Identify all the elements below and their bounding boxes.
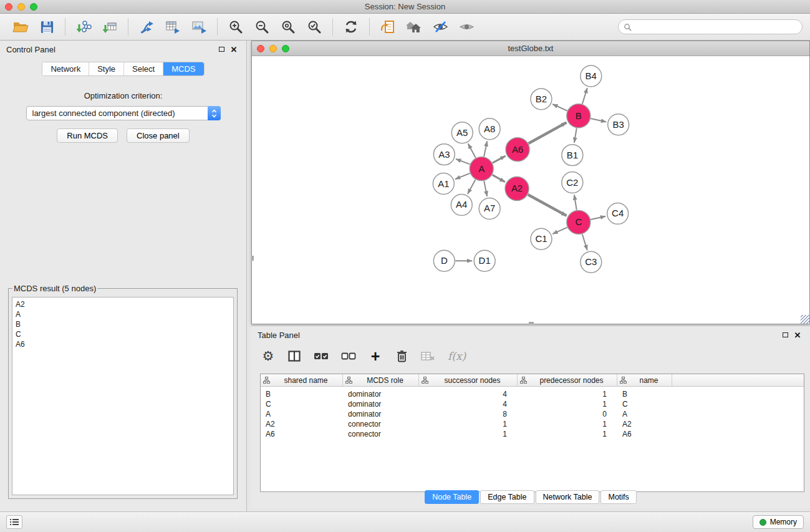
run-mcds-button[interactable]: Run MCDS [57, 128, 118, 143]
table-options-button[interactable]: ⚙ [261, 350, 275, 363]
float-table-panel-button[interactable] [779, 329, 791, 341]
search-input[interactable] [635, 22, 797, 31]
graph-node-B1[interactable]: B1 [562, 145, 583, 166]
home-button[interactable] [402, 16, 426, 38]
graph-node-A2[interactable]: A2 [505, 177, 529, 201]
export-image-button[interactable] [187, 16, 211, 38]
new-network-button[interactable] [135, 16, 158, 38]
resize-handle-left[interactable] [251, 256, 254, 261]
graph-edge-B-B2[interactable] [552, 104, 567, 111]
result-item[interactable]: A6 [16, 339, 230, 349]
tab-edge-table[interactable]: Edge Table [480, 490, 534, 504]
mcds-result-list[interactable]: A2ABCA6 [12, 297, 234, 495]
import-table-from-file-button[interactable] [98, 16, 122, 38]
graph-node-C[interactable]: C [567, 210, 591, 234]
tab-motifs[interactable]: Motifs [600, 490, 636, 504]
deselect-all-columns-button[interactable] [341, 352, 356, 360]
float-panel-button[interactable] [215, 44, 228, 55]
graph-edge-B-B3[interactable] [591, 118, 606, 122]
zoom-out-button[interactable] [250, 16, 274, 38]
graph-node-A6[interactable]: A6 [506, 138, 529, 162]
new-table-button[interactable] [161, 16, 185, 38]
memory-button[interactable]: Memory [753, 515, 804, 529]
tab-style[interactable]: Style [89, 62, 124, 75]
zoom-in-button[interactable] [224, 16, 248, 38]
graph-edge-A-A4[interactable] [468, 180, 476, 194]
show-graphics-details-button[interactable] [428, 16, 452, 38]
add-row-button[interactable]: + [369, 349, 382, 364]
search-field[interactable] [618, 19, 803, 34]
column-header-successor-nodes[interactable]: successor nodes [419, 374, 518, 386]
graph-node-A5[interactable]: A5 [451, 122, 473, 143]
graph-node-A1[interactable]: A1 [433, 173, 454, 195]
graph-node-A8[interactable]: A8 [479, 118, 500, 140]
open-session-button[interactable] [9, 16, 32, 38]
zoom-selected-button[interactable] [302, 16, 326, 38]
column-header-name[interactable]: name [617, 374, 672, 386]
tab-select[interactable]: Select [124, 62, 163, 75]
graph-edge-A-A2[interactable] [493, 175, 505, 181]
delete-row-button[interactable] [395, 350, 408, 362]
select-all-columns-button[interactable] [314, 352, 329, 360]
save-session-button[interactable] [35, 16, 59, 38]
close-table-panel-button[interactable]: ✕ [791, 329, 804, 341]
graph-node-B3[interactable]: B3 [608, 114, 629, 135]
graph-edge-A-A8[interactable] [484, 141, 487, 157]
delete-table-button[interactable] [421, 352, 435, 361]
graph-node-A3[interactable]: A3 [433, 144, 455, 165]
table-row[interactable]: Adominator80A [261, 409, 804, 419]
tab-network-table[interactable]: Network Table [536, 490, 600, 504]
graph-edge-C-C1[interactable] [552, 228, 567, 235]
network-graph[interactable]: B4B2BB3A8A5A6A3B1AC2A1A2A4A7C4CC1C3DD1 [252, 56, 809, 324]
graph-node-A7[interactable]: A7 [479, 198, 500, 219]
graph-node-C1[interactable]: C1 [531, 228, 552, 249]
graph-node-B[interactable]: B [567, 104, 591, 128]
graph-edge-A2-C[interactable] [528, 195, 567, 216]
graph-edge-A-A3[interactable] [456, 159, 470, 165]
apply-layout-button[interactable] [339, 16, 363, 38]
table-row[interactable]: A2connector11A2 [261, 419, 804, 429]
table-row[interactable]: A6connector11A6 [261, 429, 804, 439]
column-header-shared-name[interactable]: shared name [261, 374, 343, 386]
graph-edge-A-A6[interactable] [493, 156, 506, 163]
open-documentation-button[interactable] [376, 16, 400, 38]
function-builder-button[interactable]: f(x) [448, 350, 466, 362]
graph-edge-C-C3[interactable] [582, 234, 587, 250]
table-row[interactable]: Bdominator41B [261, 389, 804, 399]
graph-edge-A6-B[interactable] [529, 122, 567, 143]
column-header-MCDS-role[interactable]: MCDS role [343, 374, 419, 386]
graph-node-A[interactable]: A [470, 157, 493, 181]
graph-node-C4[interactable]: C4 [607, 203, 629, 224]
result-item[interactable]: A [16, 309, 230, 319]
tab-node-table[interactable]: Node Table [425, 490, 479, 504]
column-header-predecessor-nodes[interactable]: predecessor nodes [518, 374, 617, 386]
task-history-button[interactable] [6, 515, 22, 529]
graph-edge-A-A7[interactable] [484, 181, 487, 196]
graph-edge-A-A1[interactable] [455, 173, 470, 179]
criterion-dropdown[interactable]: largest connected component (directed) [26, 106, 221, 120]
graph-node-B4[interactable]: B4 [581, 65, 602, 87]
zoom-fit-button[interactable] [276, 16, 300, 38]
graph-edge-A-A5[interactable] [468, 143, 476, 158]
tab-network[interactable]: Network [42, 62, 89, 75]
show-columns-button[interactable] [287, 351, 301, 362]
close-panel-button[interactable]: ✕ [228, 44, 240, 55]
import-network-from-file-button[interactable] [72, 16, 95, 38]
graph-edge-B-B4[interactable] [582, 88, 587, 104]
graph-node-C3[interactable]: C3 [581, 251, 602, 273]
close-panel-action-button[interactable]: Close panel [127, 128, 190, 143]
tab-mcds[interactable]: MCDS [163, 62, 203, 75]
resize-grip[interactable] [801, 315, 809, 324]
graph-node-C2[interactable]: C2 [562, 172, 583, 193]
graph-node-A4[interactable]: A4 [451, 194, 472, 215]
resize-handle-bottom[interactable] [529, 322, 534, 324]
graph-node-D[interactable]: D [433, 250, 455, 271]
graph-edge-C-C2[interactable] [574, 195, 577, 210]
result-item[interactable]: A2 [16, 299, 230, 309]
hide-graphics-details-button[interactable] [455, 16, 478, 38]
graph-node-B2[interactable]: B2 [531, 89, 552, 110]
result-item[interactable]: C [16, 329, 230, 339]
graph-edge-C-C4[interactable] [591, 216, 605, 220]
graph-node-D1[interactable]: D1 [474, 250, 495, 271]
result-item[interactable]: B [16, 319, 230, 329]
